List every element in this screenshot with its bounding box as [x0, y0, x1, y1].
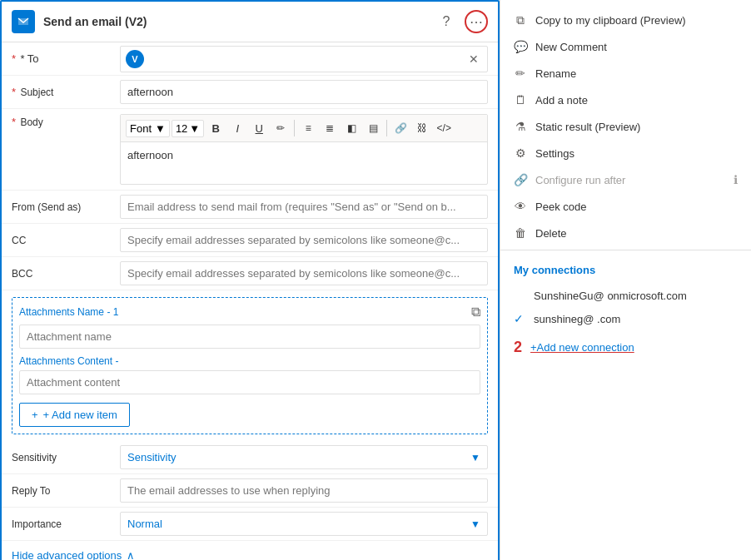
bcc-row: BCC — [2, 257, 498, 290]
menu-configure-run: 🔗 Configure run after ℹ — [500, 166, 751, 193]
list-ordered-button[interactable]: ≣ — [320, 118, 340, 138]
sensitivity-select[interactable]: Sensitivity ▼ — [120, 445, 488, 469]
align-right-button[interactable]: ▤ — [363, 118, 383, 138]
form-body: * * To V ✕ * Subject * Body Font — [2, 42, 498, 560]
delete-label: Delete — [535, 227, 567, 240]
copy-clipboard-label: Copy to my clipboard (Preview) — [535, 14, 686, 27]
cc-row: CC — [2, 224, 498, 257]
importance-label: Importance — [12, 518, 120, 530]
sensitivity-label: Sensitivity — [12, 452, 120, 463]
sensitivity-value: Sensitivity — [127, 451, 470, 463]
comment-icon: 💬 — [514, 40, 527, 53]
menu-divider — [500, 250, 751, 250]
editor-toolbar: Font ▼ 12 ▼ B I U ✏ ≡ ≣ ◧ ▤ — [121, 115, 487, 142]
body-label: * Body — [12, 109, 120, 190]
attachments-copy-icon[interactable]: ⧉ — [471, 305, 480, 320]
link-button[interactable]: 🔗 — [390, 118, 410, 138]
to-row: * * To V ✕ — [2, 42, 498, 76]
connection-2-email: sunshineg@ .com — [534, 313, 738, 325]
copy-icon: ⧉ — [514, 13, 527, 27]
new-comment-label: New Comment — [535, 41, 607, 53]
reply-to-input[interactable] — [120, 478, 488, 503]
font-size-value: 12 — [176, 122, 187, 135]
attachment-name-input[interactable] — [19, 325, 480, 349]
sensitivity-arrow-icon: ▼ — [470, 452, 480, 463]
settings-label: Settings — [535, 147, 574, 160]
help-button[interactable]: ? — [435, 10, 458, 33]
menu-peek-code[interactable]: 👁 Peek code — [500, 193, 751, 220]
pencil-icon: ✏ — [514, 67, 527, 80]
menu-rename[interactable]: ✏ Rename — [500, 60, 751, 87]
reply-to-label: Reply To — [12, 485, 120, 497]
static-result-label: Static result (Preview) — [535, 121, 640, 133]
configure-run-label: Configure run after — [535, 174, 625, 186]
attachment-content-input[interactable] — [19, 370, 480, 394]
toolbar-divider-1 — [294, 120, 295, 136]
list-unordered-button[interactable]: ≡ — [298, 118, 318, 138]
subject-row: * Subject — [2, 76, 498, 109]
to-chip-close[interactable]: ✕ — [465, 52, 482, 66]
menu-settings[interactable]: ⚙ Settings — [500, 140, 751, 166]
menu-add-note[interactable]: 🗒 Add a note — [500, 87, 751, 113]
toolbar-divider-2 — [386, 120, 387, 136]
to-label: * * To — [12, 52, 120, 65]
underline-button[interactable]: U — [249, 118, 269, 138]
add-item-plus-icon: + — [32, 409, 38, 421]
italic-button[interactable]: I — [227, 118, 247, 138]
trash-icon: 🗑 — [514, 226, 527, 240]
cc-input[interactable] — [120, 228, 488, 252]
add-item-button[interactable]: + + Add new item — [19, 403, 130, 427]
importance-value: Normal — [127, 518, 470, 530]
to-chip: V — [126, 50, 144, 68]
app-icon — [12, 10, 35, 33]
connection-1-email: SunshineGu@ onmicrosoft.com — [534, 290, 738, 302]
font-size-arrow: ▼ — [189, 122, 200, 135]
attachments-title: Attachments Name - 1 — [19, 306, 118, 318]
bold-button[interactable]: B — [206, 118, 226, 138]
connection-2-check: ✓ — [514, 312, 527, 325]
align-left-button[interactable]: ◧ — [341, 118, 361, 138]
body-editor[interactable]: Font ▼ 12 ▼ B I U ✏ ≡ ≣ ◧ ▤ — [120, 114, 488, 185]
unlink-button[interactable]: ⛓ — [412, 118, 432, 138]
sensitivity-row: Sensitivity Sensitivity ▼ — [2, 441, 498, 474]
info-icon: ℹ — [734, 173, 738, 186]
from-label: From (Send as) — [12, 201, 120, 213]
add-connection-label[interactable]: +Add new connection — [530, 341, 634, 354]
font-label: Font — [130, 122, 152, 135]
attachments-section: Attachments Name - 1 ⧉ Attachments Conte… — [12, 297, 488, 434]
panel-header: Send an email (V2) ? ⋯ — [2, 2, 498, 42]
connections-title: My connections — [514, 264, 738, 276]
bcc-label: BCC — [12, 268, 120, 280]
font-dropdown-arrow: ▼ — [155, 122, 166, 135]
add-note-label: Add a note — [535, 94, 588, 107]
importance-arrow-icon: ▼ — [470, 518, 480, 530]
menu-copy-clipboard[interactable]: ⧉ Copy to my clipboard (Preview) — [500, 7, 751, 33]
from-input[interactable] — [120, 195, 488, 219]
menu-delete[interactable]: 🗑 Delete — [500, 220, 751, 246]
eye-icon: 👁 — [514, 200, 527, 213]
hide-advanced-label: Hide advanced options — [12, 549, 122, 560]
ellipsis-button[interactable]: ⋯ — [465, 10, 488, 33]
importance-row: Importance Normal ▼ — [2, 508, 498, 541]
add-item-label: + Add new item — [43, 409, 117, 421]
menu-new-comment[interactable]: 💬 New Comment — [500, 33, 751, 60]
connection-item-2[interactable]: ✓ sunshineg@ .com — [514, 307, 738, 330]
subject-label: * Subject — [12, 86, 120, 98]
settings-icon: ⚙ — [514, 146, 527, 160]
font-selector[interactable]: Font ▼ — [126, 120, 170, 137]
font-color-button[interactable]: ✏ — [271, 118, 291, 138]
code-button[interactable]: </> — [434, 118, 454, 138]
importance-select[interactable]: Normal ▼ — [120, 512, 488, 536]
font-size-selector[interactable]: 12 ▼ — [172, 120, 204, 137]
panel-title: Send an email (V2) — [43, 15, 435, 28]
subject-input[interactable] — [120, 80, 488, 104]
to-field[interactable]: V ✕ — [120, 46, 488, 72]
menu-static-result[interactable]: ⚗ Static result (Preview) — [500, 113, 751, 140]
body-content[interactable]: afternoon — [121, 142, 487, 184]
connections-section: My connections SunshineGu@ onmicrosoft.c… — [500, 254, 751, 371]
bcc-input[interactable] — [120, 261, 488, 285]
flask-icon: ⚗ — [514, 120, 527, 133]
annotation-2: 2 — [514, 339, 522, 356]
hide-advanced-toggle[interactable]: Hide advanced options ∧ — [2, 541, 498, 560]
add-connection-row[interactable]: 2 +Add new connection — [514, 334, 738, 361]
